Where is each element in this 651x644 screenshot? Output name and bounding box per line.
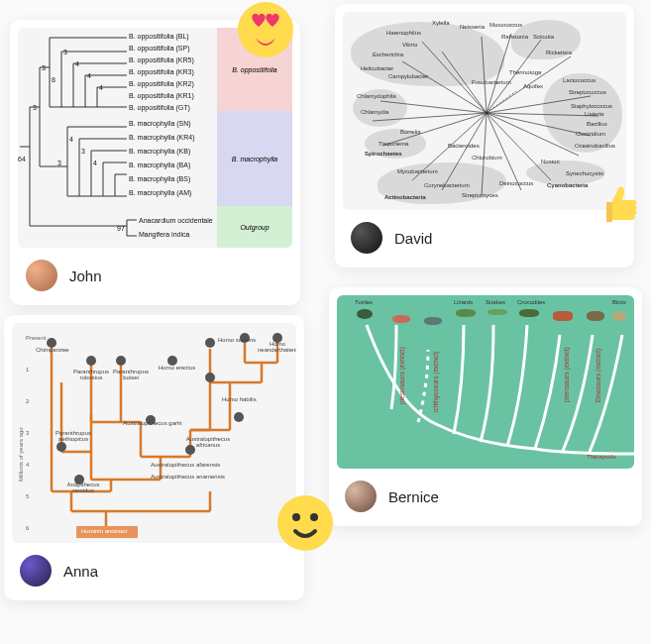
animal-icon xyxy=(587,311,604,321)
species-label: Homo sapiens xyxy=(218,337,256,343)
taxon-label: B. oppositifolia (SP) xyxy=(129,42,189,54)
ancestor-label: Hominin ancestor xyxy=(81,528,128,534)
root-label: Therapsids xyxy=(587,454,616,460)
taxon-label: Moxococcus xyxy=(489,22,522,28)
svg-point-17 xyxy=(292,513,300,521)
taxon-label: Xylella xyxy=(432,20,450,26)
species-label: Australopithecus garhi xyxy=(123,420,182,426)
taxon-label: B. oppositifolia (KR2) xyxy=(129,77,194,89)
diagram-radial-tree: Xylella Neisseria Moxococcus Rahstonia S… xyxy=(343,12,626,210)
taxon-label: Vibrio xyxy=(402,42,417,48)
heart-eyes-emoji-icon xyxy=(236,0,295,59)
taxon-label: B. macrophylla (KB) xyxy=(129,145,190,157)
branch-number: 4 xyxy=(93,157,97,168)
svg-point-18 xyxy=(310,513,318,521)
branch-number: 3 xyxy=(57,157,61,168)
thumbs-up-emoji-icon xyxy=(595,178,646,230)
yaxis-tick: Present xyxy=(26,335,47,341)
taxon-label: Staphylococcus xyxy=(571,103,612,109)
taxon-label: B. macrophylla (SN) xyxy=(129,117,191,129)
animal-icon xyxy=(357,309,373,319)
animal-icon xyxy=(553,311,573,321)
taxon-label: Chlorobium xyxy=(472,155,502,161)
taxon-label: B. macrophylla (BA) xyxy=(129,159,190,170)
card-john[interactable]: B. oppositifolia B. macrophylla Outgroup xyxy=(10,20,300,305)
taxon-label: Neisseria xyxy=(460,24,485,30)
branch-number: 4 xyxy=(69,133,73,145)
taxon-label: Bacillus xyxy=(587,121,607,127)
svg-point-3 xyxy=(86,356,96,366)
taxon-label: Nostoc xyxy=(541,159,560,164)
taxon-label: Actinobacteria xyxy=(384,194,426,200)
svg-point-11 xyxy=(56,442,66,452)
avatar xyxy=(20,555,52,587)
taxon-label: Synechocystis xyxy=(566,170,603,176)
taxon-label: Campylobacter xyxy=(388,73,428,79)
taxon-label: Anacardium occidentale xyxy=(139,214,213,226)
taxon-label: Spirochaetes xyxy=(365,151,402,157)
lineage-header: Crocodiles xyxy=(517,299,545,305)
branch-number: 3 xyxy=(42,61,46,73)
species-label: Homo erectus xyxy=(159,365,195,371)
card-david[interactable]: Xylella Neisseria Moxococcus Rahstonia S… xyxy=(335,4,634,268)
species-label: Australopithecus africanus xyxy=(178,436,238,448)
taxon-label: Corynebacterium xyxy=(424,182,470,188)
card-anna[interactable]: Present 1 2 3 4 5 6 Millions of years ag… xyxy=(4,315,304,600)
yaxis-tick: 2 xyxy=(26,398,29,404)
yaxis-tick: 6 xyxy=(26,525,29,531)
animal-icon xyxy=(612,311,626,321)
extinct-label: pterosaurs (extinct) xyxy=(563,347,570,402)
svg-point-15 xyxy=(238,2,293,57)
taxon-label: Mangifera indica xyxy=(139,228,189,240)
extinct-label: ichthyosaurs (extinct) xyxy=(432,352,439,412)
animal-icon xyxy=(488,309,507,315)
reptile-branches xyxy=(337,295,634,469)
species-label: Chimpanzee xyxy=(36,347,69,353)
branch-number: 3 xyxy=(81,145,85,157)
diagram-hominin-tree: Present 1 2 3 4 5 6 Millions of years ag… xyxy=(12,323,296,543)
lineage-header: Lizards xyxy=(454,299,473,305)
taxon-label: Deinococcus xyxy=(499,180,533,186)
diagram-reptile-tree: Turtles Lizards Snakes Crocodiles Birds … xyxy=(337,295,634,469)
svg-point-10 xyxy=(234,412,244,422)
branch-number: 4 xyxy=(87,69,91,81)
svg-point-16 xyxy=(277,495,333,551)
yaxis-tick: 3 xyxy=(26,430,29,436)
yaxis-label: Millions of years ago xyxy=(18,427,24,482)
animal-icon xyxy=(424,317,442,325)
taxon-label: B. oppositifolia (GT) xyxy=(129,101,190,113)
taxon-label: Scicotia xyxy=(533,34,554,40)
branch-number: 4 xyxy=(99,81,103,93)
author-row: David xyxy=(343,210,626,260)
taxon-label: Oceanobacillus xyxy=(575,143,615,149)
yaxis-tick: 5 xyxy=(26,493,29,499)
taxon-label: B. macrophylla (KR4) xyxy=(129,131,195,143)
yaxis-tick: 1 xyxy=(26,367,29,373)
taxon-label: B. macrophylla (AM) xyxy=(129,186,191,198)
taxon-label: Rickettsia xyxy=(546,50,572,55)
taxon-label: Lactococcus xyxy=(563,77,596,83)
extinct-label: plesiosaurs (extinct) xyxy=(398,347,405,404)
taxon-label: B. oppositifolia (KR1) xyxy=(129,89,194,101)
taxon-label: Fusobacterium xyxy=(472,79,511,85)
avatar xyxy=(351,222,382,254)
taxon-label: Cyanobacteria xyxy=(547,182,588,188)
branch-number: 4 xyxy=(75,57,79,69)
extinct-label: Dinosaurs (extinct) xyxy=(595,349,601,402)
species-label: Paranthropus aethiopicus xyxy=(46,430,101,442)
author-row: Bernice xyxy=(337,469,634,518)
taxon-label: Aquifex xyxy=(523,83,543,89)
smiley-emoji-icon xyxy=(275,493,335,553)
branch-number: 97 xyxy=(117,222,125,234)
taxon-label: Escherichia xyxy=(373,52,403,57)
card-bernice[interactable]: Turtles Lizards Snakes Crocodiles Birds … xyxy=(329,287,642,526)
species-label: Australopithecus anamensis xyxy=(151,474,225,480)
author-row: Anna xyxy=(12,543,296,592)
species-label: Homo neanderthalensis xyxy=(258,341,296,353)
branch-number: 3 xyxy=(33,101,37,113)
svg-point-4 xyxy=(116,356,126,366)
species-label: Australopithecus afarensis xyxy=(151,462,220,468)
taxon-label: Chlamydophila xyxy=(357,93,396,99)
author-name: Anna xyxy=(63,563,98,580)
taxon-label: Thermotoga xyxy=(509,69,541,75)
